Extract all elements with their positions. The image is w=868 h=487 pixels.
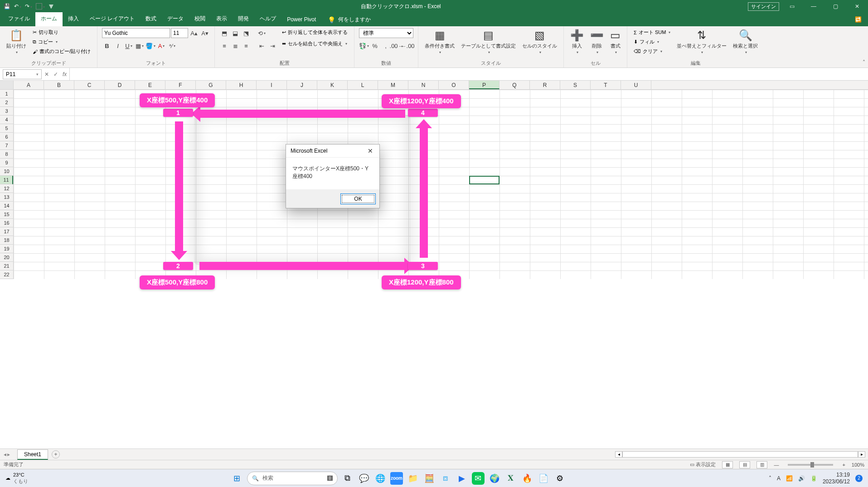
taskbar-app-settings[interactable]: ⚙ [553,472,566,485]
close-icon[interactable]: ✕ [848,0,866,13]
format-cells-button[interactable]: ▭書式▾ [608,28,622,55]
find-select-button[interactable]: 🔍検索と選択▾ [731,28,760,55]
increase-indent-icon[interactable]: ⇥ [267,41,277,51]
row-header-7[interactable]: 7 [0,141,13,150]
tray-volume-icon[interactable]: 🔊 [798,475,805,482]
maximize-icon[interactable]: ▢ [826,0,844,13]
increase-font-icon[interactable]: A▴ [189,28,199,38]
cut-button[interactable]: ✂切り取り [31,28,92,37]
signin-button[interactable]: サインイン [748,2,779,11]
fx-icon[interactable]: fx [63,71,67,77]
align-right-icon[interactable]: ≡ [241,41,251,51]
delete-cells-button[interactable]: ➖削除▾ [588,28,606,55]
tray-wifi-icon[interactable]: 📶 [786,475,793,482]
task-view-icon[interactable]: ⧉ [341,472,354,485]
align-center-icon[interactable]: ≣ [230,41,240,51]
zoom-slider[interactable] [788,464,833,466]
taskbar-app-excel[interactable]: 𝐗 [504,472,517,485]
messagebox-ok-button[interactable]: OK [340,193,376,204]
tray-chevron-icon[interactable]: ˄ [769,475,771,482]
collapse-ribbon-icon[interactable]: ˄ [863,59,865,66]
row-header-22[interactable]: 22 [0,270,13,279]
tab-formulas[interactable]: 数式 [140,12,162,26]
decrease-indent-icon[interactable]: ⇤ [257,41,267,51]
taskbar-app-zoom[interactable]: zoom [390,472,403,485]
taskbar-app-powershell[interactable]: ▶ [456,472,468,485]
phonetic-icon[interactable]: ᵃ⁄▾ [167,41,177,51]
col-header-C[interactable]: C [74,81,105,89]
row-header-20[interactable]: 20 [0,253,13,262]
col-header-N[interactable]: N [408,81,439,89]
wrap-text-button[interactable]: ↩折り返して全体を表示する [280,28,349,37]
row-header-6[interactable]: 6 [0,133,13,141]
share-button[interactable]: 🔁 [849,14,868,26]
sort-filter-button[interactable]: ⇅並べ替えとフィルター▾ [675,28,728,55]
add-sheet-button[interactable]: + [52,450,60,458]
font-color-icon[interactable]: A▾ [156,41,166,51]
taskbar-app-chrome[interactable]: 🌐 [374,472,387,485]
fill-button[interactable]: ⬇フィル▾ [632,38,672,46]
format-as-table-button[interactable]: ▤テーブルとして書式設定▾ [459,28,518,55]
taskbar-app-explorer[interactable]: 📁 [407,472,419,485]
row-header-10[interactable]: 10 [0,167,13,176]
qat-custom-icon[interactable]: ▾ [36,3,45,10]
row-header-5[interactable]: 5 [0,124,13,133]
cancel-formula-icon[interactable]: ✕ [44,71,49,77]
row-header-11[interactable]: 11 [0,176,13,184]
redo-icon[interactable]: ↷▾ [25,3,32,10]
notification-badge[interactable]: 2 [855,475,863,482]
view-normal-icon[interactable]: ▦ [722,461,733,468]
tab-review[interactable]: 校閲 [189,12,211,26]
row-header-17[interactable]: 17 [0,227,13,236]
percent-icon[interactable]: % [370,41,380,51]
col-header-R[interactable]: R [530,81,560,89]
cell-styles-button[interactable]: ▧セルのスタイル▾ [520,28,559,55]
view-pagebreak-icon[interactable]: ▥ [756,461,767,468]
tab-powerpivot[interactable]: Power Pivot [281,14,321,26]
accounting-icon[interactable]: 💱▾ [359,41,369,51]
row-header-15[interactable]: 15 [0,210,13,219]
row-header-21[interactable]: 21 [0,262,13,270]
enter-formula-icon[interactable]: ✓ [53,71,58,77]
row-header-13[interactable]: 13 [0,193,13,202]
col-header-G[interactable]: G [196,81,226,89]
orientation-icon[interactable]: ⟲▾ [257,28,267,38]
underline-icon[interactable]: U▾ [124,41,134,51]
fill-color-icon[interactable]: 🪣▾ [145,41,155,51]
tab-insert[interactable]: 挿入 [63,12,84,26]
taskbar-weather[interactable]: ☁ 23°C くもり [5,472,28,484]
taskbar-app-line[interactable]: ✉ [472,472,485,485]
save-icon[interactable]: 💾 [4,3,10,10]
taskbar-app-notes[interactable]: 📄 [537,472,550,485]
start-button[interactable]: ⊞ [231,472,243,485]
tab-data[interactable]: データ [162,12,189,26]
row-header-9[interactable]: 9 [0,159,13,167]
tab-developer[interactable]: 開発 [233,12,254,26]
sheet-tab[interactable]: Sheet1 [17,449,48,460]
col-header-D[interactable]: D [105,81,135,89]
col-header-I[interactable]: I [257,81,287,89]
clear-button[interactable]: ⌫クリア▾ [632,47,672,56]
align-left-icon[interactable]: ≡ [219,41,229,51]
col-header-U[interactable]: U [621,81,651,89]
row-header-4[interactable]: 4 [0,116,13,124]
tell-me[interactable]: 💡 何をしますか [321,13,377,26]
row-header-18[interactable]: 18 [0,236,13,245]
copy-button[interactable]: ⧉コピー▾ [31,38,92,46]
align-middle-icon[interactable]: ⬓ [230,28,240,38]
col-header-O[interactable]: O [439,81,469,89]
row-header-8[interactable]: 8 [0,150,13,159]
number-format-select[interactable]: 標準 [359,28,413,38]
col-header-M[interactable]: M [378,81,408,89]
col-header-B[interactable]: B [44,81,74,89]
messagebox-close-icon[interactable]: ✕ [366,147,375,154]
hscroll-left-icon[interactable]: ◂ [615,451,622,458]
col-header-A[interactable]: A [14,81,44,89]
col-header-T[interactable]: T [591,81,621,89]
ribbon-display-icon[interactable]: ▭ [783,0,801,13]
format-painter-button[interactable]: 🖌書式のコピー/貼り付け [31,47,92,56]
merge-center-button[interactable]: ⬌セルを結合して中央揃え▾ [280,39,349,48]
tab-pagelayout[interactable]: ページ レイアウト [84,12,140,26]
col-header-Q[interactable]: Q [499,81,530,89]
autosum-button[interactable]: Σオート SUM▾ [632,28,672,37]
